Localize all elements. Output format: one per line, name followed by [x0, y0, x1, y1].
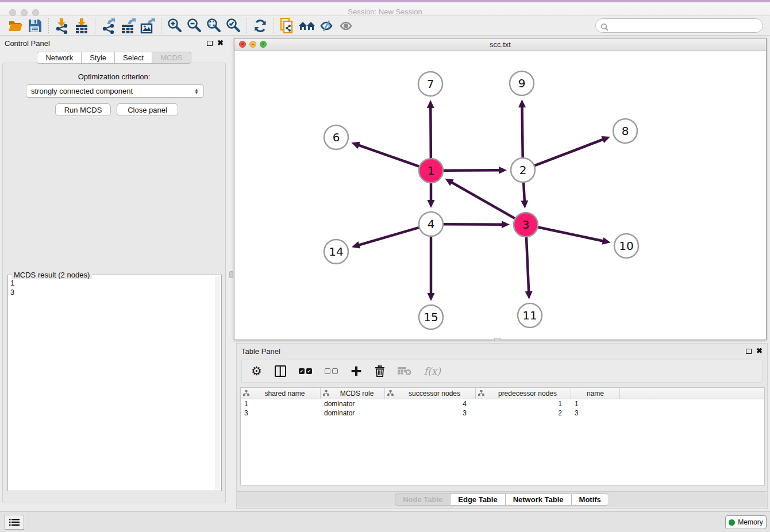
select-all-icon[interactable]: ✓✓ [299, 364, 312, 379]
search-field-wrap [595, 18, 763, 33]
tab-select[interactable]: Select [114, 52, 152, 64]
tab-mcds[interactable]: MCDS [152, 52, 191, 64]
zoom-out-icon[interactable] [184, 17, 204, 34]
memory-status-icon [729, 519, 735, 526]
cell-MCDS-role[interactable]: dominator [321, 400, 385, 408]
export-network-icon[interactable] [99, 17, 118, 34]
mcds-result-group: MCDS result (2 nodes) 1 3 [7, 275, 222, 491]
import-table-icon[interactable] [72, 17, 91, 34]
cell-name[interactable]: 1 [571, 400, 620, 408]
column-header-predecessor-nodes[interactable]: predecessor nodes [476, 388, 571, 399]
mcds-result-scrollbar[interactable] [215, 276, 220, 489]
table-tabs-strip: Node TableEdge TableNetwork TableMotifs [237, 491, 767, 507]
float-table-panel-icon[interactable] [746, 349, 752, 354]
splitter-grip[interactable] [229, 271, 233, 278]
tab-motifs[interactable]: Motifs [571, 494, 609, 506]
table-header-row: shared nameMCDS rolesuccessor nodesprede… [241, 388, 764, 399]
delete-icon[interactable] [375, 364, 385, 379]
graph-edge-1-7[interactable] [430, 106, 431, 158]
column-header-shared-name[interactable]: shared name [241, 388, 321, 399]
graph-edge-2-3[interactable] [523, 183, 525, 202]
first-neighbors-icon[interactable] [297, 17, 317, 34]
mcds-result-title: MCDS result (2 nodes) [11, 271, 92, 279]
deselect-all-icon[interactable] [325, 364, 338, 379]
graph-edge-2-9[interactable] [522, 106, 523, 157]
memory-button[interactable]: Memory [725, 515, 767, 529]
network-view-window: × − + scc.txt 7968124314101511 [234, 38, 767, 340]
graph-edge-4-3[interactable] [444, 224, 503, 225]
graph-edge-3-10[interactable] [538, 228, 605, 241]
export-image-icon[interactable] [138, 17, 157, 34]
tab-network[interactable]: Network [37, 52, 81, 64]
task-history-button[interactable] [5, 515, 24, 530]
import-network-icon[interactable] [52, 17, 72, 34]
table-row[interactable]: 3dominator323 [241, 408, 764, 418]
function-builder-icon[interactable]: f(x) [424, 364, 441, 379]
cell-shared-name[interactable]: 3 [241, 409, 321, 417]
float-panel-icon[interactable] [207, 41, 213, 46]
close-panel-button[interactable]: Close panel [117, 103, 178, 116]
hide-selected-icon[interactable] [317, 17, 336, 34]
cell-name[interactable]: 3 [571, 409, 620, 417]
open-session-icon[interactable] [6, 17, 25, 34]
cell-predecessor-nodes[interactable]: 1 [476, 400, 571, 408]
zoom-selected-icon[interactable] [224, 17, 243, 34]
add-row-icon[interactable] [351, 364, 362, 379]
graph-node-label-10: 10 [619, 239, 633, 253]
graph-node-label-9: 9 [518, 76, 526, 90]
run-mcds-button[interactable]: Run MCDS [55, 103, 111, 116]
graph-node-label-11: 11 [522, 309, 537, 322]
graph-edge-3-1[interactable] [451, 182, 515, 218]
search-input[interactable] [595, 18, 763, 33]
save-session-icon[interactable] [25, 17, 45, 34]
cell-successor-nodes[interactable]: 3 [385, 409, 476, 417]
control-panel: Control Panel ✖ NetworkStyleSelectMCDS O… [0, 36, 228, 507]
cell-predecessor-nodes[interactable]: 2 [476, 409, 571, 417]
network-window-titlebar[interactable]: × − + scc.txt [234, 38, 766, 51]
control-panel-header: Control Panel ✖ [0, 36, 228, 51]
close-table-panel-icon[interactable]: ✖ [756, 348, 763, 354]
table-body: 1dominator4113dominator323 [241, 399, 764, 418]
toolbar-separator [95, 18, 95, 33]
network-canvas[interactable]: 7968124314101511 [234, 51, 766, 340]
tab-edge-table[interactable]: Edge Table [450, 494, 505, 506]
criterion-select[interactable]: strongly connected component ▲▼ [26, 84, 204, 98]
zoom-in-icon[interactable] [165, 17, 184, 34]
status-bar: Memory [0, 511, 770, 532]
column-type-icon [478, 390, 487, 396]
graph-edge-1-6[interactable] [357, 145, 419, 167]
select-stepper-icon: ▲▼ [194, 88, 199, 94]
network-window-title: scc.txt [234, 40, 766, 49]
cell-shared-name[interactable]: 1 [241, 400, 321, 408]
table-panel-header: Table Panel ✖ [237, 344, 767, 358]
cell-MCDS-role[interactable]: dominator [321, 409, 385, 417]
show-all-icon[interactable] [336, 17, 356, 34]
graph-node-label-15: 15 [424, 310, 438, 324]
mcds-result-list[interactable]: 1 3 [10, 279, 213, 488]
tab-network-table[interactable]: Network Table [505, 494, 571, 506]
graph-edge-2-8[interactable] [535, 139, 605, 165]
zoom-fit-icon[interactable] [204, 17, 224, 34]
cell-successor-nodes[interactable]: 4 [385, 400, 476, 408]
table-panel-title: Table Panel [241, 347, 280, 356]
refresh-icon[interactable] [251, 17, 270, 34]
column-header-successor-nodes[interactable]: successor nodes [385, 388, 476, 399]
column-header-MCDS-role[interactable]: MCDS role [321, 388, 385, 399]
column-header-name[interactable]: name [571, 388, 620, 399]
graph-edge-3-11[interactable] [526, 237, 529, 293]
graph-edge-4-14[interactable] [357, 228, 418, 245]
graph-edge-1-2[interactable] [444, 170, 500, 171]
tab-style[interactable]: Style [81, 52, 114, 64]
horizontal-splitter-grip[interactable] [494, 338, 501, 341]
node-table[interactable]: shared nameMCDS rolesuccessor nodesprede… [240, 387, 765, 485]
close-panel-icon[interactable]: ✖ [217, 40, 224, 46]
delete-table-icon[interactable] [398, 364, 411, 379]
export-table-icon[interactable] [118, 17, 138, 34]
table-settings-icon[interactable]: ⚙ [251, 364, 262, 379]
network-graph[interactable]: 7968124314101511 [234, 51, 766, 340]
clone-network-icon[interactable] [278, 17, 297, 34]
show-columns-icon[interactable] [275, 364, 286, 379]
toolbar-separator [161, 18, 161, 33]
tab-node-table[interactable]: Node Table [395, 494, 450, 506]
table-row[interactable]: 1dominator411 [241, 399, 764, 408]
